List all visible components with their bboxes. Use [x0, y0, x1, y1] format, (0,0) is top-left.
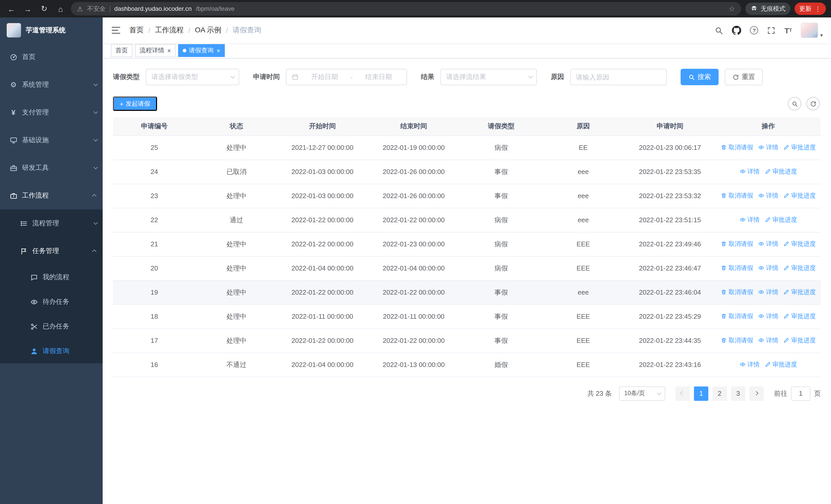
detail-action-link[interactable]: 详情	[740, 215, 760, 224]
progress-action-link[interactable]: 审批进度	[783, 240, 816, 248]
cancel-action-link[interactable]: 取消请假	[721, 240, 753, 248]
security-label[interactable]: 不安全	[87, 4, 106, 13]
progress-action-link[interactable]: 审批进度	[783, 288, 816, 297]
github-icon[interactable]	[732, 26, 741, 35]
action-label: 取消请假	[728, 288, 753, 297]
range-separator: -	[350, 73, 353, 81]
address-bar[interactable]: ⚠ 不安全 dashboard.yudao.iocoder.cn/bpm/oa/…	[71, 2, 741, 16]
progress-action-link[interactable]: 审批进度	[783, 264, 816, 272]
sidebar-item-task-mgmt[interactable]: 任务管理	[0, 237, 103, 265]
search-icon[interactable]	[715, 26, 723, 35]
sidebar-item-leave-query[interactable]: 请假查询	[0, 339, 103, 363]
date-range-picker[interactable]: 开始日期 - 结束日期	[286, 69, 407, 85]
detail-action-link[interactable]: 详情	[758, 312, 778, 321]
detail-action-link[interactable]: 详情	[758, 143, 778, 152]
browser-reload-button[interactable]: ↻	[38, 3, 50, 15]
browser-toolbar: ← → ↻ ⌂ ⚠ 不安全 dashboard.yudao.iocoder.cn…	[0, 0, 831, 18]
browser-forward-button[interactable]: →	[22, 3, 34, 15]
prev-page-button[interactable]	[676, 386, 690, 401]
breadcrumb-item[interactable]: 工作流程	[155, 26, 184, 35]
breadcrumb-item[interactable]: 首页	[130, 26, 144, 35]
page-buttons: 123	[694, 386, 749, 401]
tab-process-detail[interactable]: 流程详情×	[135, 44, 175, 57]
browser-home-button[interactable]: ⌂	[54, 3, 67, 15]
browser-back-button[interactable]: ←	[5, 3, 18, 15]
detail-action-link[interactable]: 详情	[740, 360, 760, 369]
cancel-action-link[interactable]: 取消请假	[721, 143, 753, 152]
cell-id: 16	[113, 353, 196, 377]
tab-close-icon[interactable]: ×	[167, 48, 171, 54]
page-button-1[interactable]: 1	[694, 386, 708, 401]
cell-reason: eee	[543, 184, 624, 208]
hamburger-icon[interactable]	[111, 25, 121, 35]
sidebar-item-done-tasks[interactable]: 已办任务	[0, 314, 103, 339]
page-button-3[interactable]: 3	[731, 386, 745, 401]
detail-action-link[interactable]: 详情	[758, 288, 778, 297]
reason-input[interactable]	[576, 73, 661, 81]
search-button[interactable]: 搜索	[681, 69, 719, 85]
detail-action-link[interactable]: 详情	[758, 191, 778, 200]
edit-icon	[783, 193, 790, 199]
page-size-select[interactable]: 10条/页	[619, 386, 665, 401]
leave-type-select[interactable]: 请选择请假类型	[146, 69, 239, 85]
sidebar-item-system[interactable]: ⚙系统管理	[0, 71, 103, 98]
breadcrumb-item: 请假查询	[232, 26, 261, 35]
goto-page-input[interactable]	[791, 386, 810, 401]
page-button-2[interactable]: 2	[712, 386, 727, 401]
breadcrumb-item[interactable]: OA 示例	[195, 26, 222, 35]
sidebar-item-infrastructure[interactable]: 基础设施	[0, 126, 103, 154]
trash-icon	[721, 313, 727, 320]
result-select[interactable]: 请选择流结果	[440, 69, 537, 85]
avatar[interactable]	[801, 23, 818, 38]
tab-leave-query[interactable]: 请假查询×	[178, 44, 225, 57]
detail-action-link[interactable]: 详情	[758, 336, 778, 345]
sidebar-item-payment[interactable]: ¥支付管理	[0, 98, 103, 126]
progress-action-link[interactable]: 审批进度	[783, 143, 816, 152]
bookmark-star-icon[interactable]: ☆	[728, 5, 735, 13]
sidebar-item-devtools[interactable]: 研发工具	[0, 154, 103, 182]
refresh-table-button[interactable]	[806, 97, 820, 110]
fullscreen-icon[interactable]	[767, 26, 776, 35]
cell-type: 事假	[460, 280, 543, 304]
chevron-down-icon	[93, 220, 98, 225]
progress-action-link[interactable]: 审批进度	[765, 167, 797, 176]
eye-small-icon	[758, 193, 765, 199]
progress-action-link[interactable]: 审批进度	[783, 336, 816, 345]
progress-action-link[interactable]: 审批进度	[783, 191, 816, 200]
next-page-button[interactable]	[749, 386, 764, 401]
sidebar-item-process-mgmt[interactable]: 流程管理	[0, 209, 103, 237]
detail-action-link[interactable]: 详情	[758, 264, 778, 272]
search-icon	[688, 73, 695, 80]
progress-action-link[interactable]: 审批进度	[765, 215, 797, 224]
tab-close-icon[interactable]: ×	[217, 48, 220, 54]
sidebar-item-workflow[interactable]: 工作流程	[0, 182, 103, 209]
font-size-icon[interactable]	[784, 26, 792, 35]
detail-action-link[interactable]: 详情	[740, 167, 760, 176]
cancel-action-link[interactable]: 取消请假	[721, 312, 753, 321]
cancel-action-link[interactable]: 取消请假	[721, 264, 753, 272]
chevron-up-icon	[92, 194, 96, 198]
toggle-search-button[interactable]	[788, 97, 801, 110]
cell-end: 2022-01-23 00:00:00	[368, 232, 460, 256]
detail-action-link[interactable]: 详情	[758, 240, 778, 248]
browser-update-button[interactable]: 更新 ⋮	[795, 3, 826, 15]
eye-small-icon	[740, 169, 746, 175]
progress-action-link[interactable]: 审批进度	[783, 312, 816, 321]
progress-action-link[interactable]: 审批进度	[765, 360, 797, 369]
create-leave-button[interactable]: + 发起请假	[113, 96, 157, 111]
sidebar-item-todo-tasks[interactable]: 待办任务	[0, 290, 103, 314]
sidebar-item-my-process[interactable]: 我的流程	[0, 265, 103, 290]
sidebar-item-home[interactable]: 首页	[0, 43, 103, 71]
app-logo[interactable]: 芋道管理系统	[0, 18, 103, 43]
cancel-action-link[interactable]: 取消请假	[721, 191, 753, 200]
monitor-icon	[9, 136, 18, 144]
goto-label: 前往	[774, 389, 787, 398]
cancel-action-link[interactable]: 取消请假	[721, 288, 753, 297]
cancel-action-link[interactable]: 取消请假	[721, 336, 753, 345]
sidebar-item-label: 支付管理	[22, 108, 89, 117]
tab-home[interactable]: 首页	[111, 44, 133, 57]
reset-button[interactable]: 重置	[725, 69, 763, 85]
user-menu[interactable]: ▾	[801, 23, 823, 38]
help-icon[interactable]	[750, 26, 758, 34]
browser-menu-icon[interactable]: ⋮	[814, 5, 821, 12]
